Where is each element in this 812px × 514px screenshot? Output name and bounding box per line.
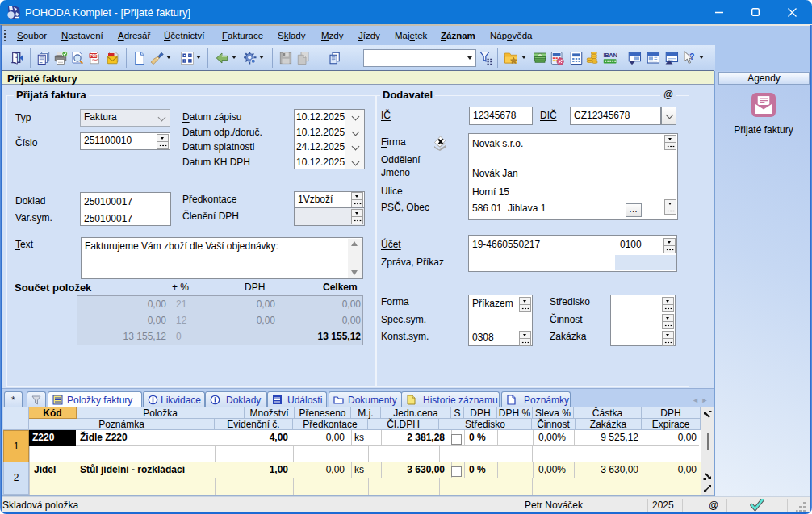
svg-text:PDF: PDF (90, 54, 98, 58)
svg-text:IBAN: IBAN (603, 52, 617, 59)
svg-text:?: ? (689, 52, 694, 61)
